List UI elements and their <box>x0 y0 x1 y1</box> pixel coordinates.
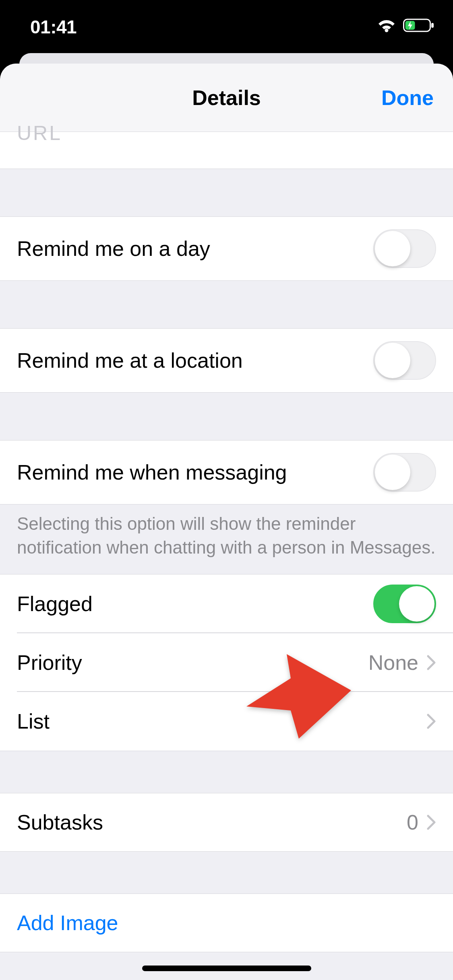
flagged-label: Flagged <box>17 592 93 616</box>
screen: 01:41 Details Done URL <box>0 0 453 980</box>
toggle-knob <box>375 455 410 490</box>
toggle-knob <box>375 343 410 378</box>
subtasks-row[interactable]: Subtasks 0 <box>0 793 453 852</box>
remind-location-label: Remind me at a location <box>17 348 243 373</box>
toggle-knob <box>375 231 410 266</box>
options-group: Flagged Priority None List <box>0 574 453 751</box>
section-gap <box>0 852 453 894</box>
page-title: Details <box>192 86 261 110</box>
battery-icon <box>403 18 434 33</box>
priority-row[interactable]: Priority None <box>0 633 453 692</box>
section-gap <box>0 751 453 793</box>
done-button[interactable]: Done <box>381 64 434 132</box>
add-image-row[interactable]: Add Image <box>0 894 453 952</box>
row-accessory: None <box>368 651 436 675</box>
status-right <box>376 18 434 33</box>
status-time: 01:41 <box>30 16 77 38</box>
row-accessory <box>426 713 436 729</box>
remind-messaging-note: Selecting this option will show the remi… <box>0 504 453 574</box>
list-label: List <box>17 709 50 733</box>
chevron-right-icon <box>426 655 436 671</box>
remind-day-row[interactable]: Remind me on a day <box>0 216 453 281</box>
details-sheet: Details Done URL Remind me on a day Remi… <box>0 64 453 980</box>
url-placeholder: URL <box>17 121 62 145</box>
toggle-knob <box>399 586 434 622</box>
home-indicator[interactable] <box>142 966 311 971</box>
sheet-header: Details Done <box>0 64 453 132</box>
remind-location-toggle[interactable] <box>373 341 436 380</box>
remind-messaging-row[interactable]: Remind me when messaging <box>0 440 453 504</box>
priority-value: None <box>368 651 418 675</box>
svg-rect-2 <box>431 23 434 28</box>
chevron-right-icon <box>426 814 436 830</box>
add-image-label: Add Image <box>17 911 118 935</box>
remind-day-toggle[interactable] <box>373 229 436 268</box>
sheet-content: URL Remind me on a day Remind me at a lo… <box>0 132 453 952</box>
flagged-row[interactable]: Flagged <box>0 574 453 633</box>
section-gap <box>0 169 453 216</box>
remind-messaging-toggle[interactable] <box>373 453 436 492</box>
remind-location-row[interactable]: Remind me at a location <box>0 328 453 393</box>
row-accessory: 0 <box>407 810 436 834</box>
remind-messaging-label: Remind me when messaging <box>17 460 287 484</box>
priority-label: Priority <box>17 651 82 675</box>
section-gap <box>0 281 453 328</box>
subtasks-count: 0 <box>407 810 418 834</box>
subtasks-label: Subtasks <box>17 810 103 834</box>
flagged-toggle[interactable] <box>373 585 436 623</box>
list-row[interactable]: List <box>0 692 453 751</box>
section-gap <box>0 393 453 440</box>
remind-day-label: Remind me on a day <box>17 237 210 261</box>
status-bar: 01:41 <box>0 0 453 53</box>
wifi-icon <box>376 18 397 33</box>
url-row[interactable]: URL <box>0 132 453 169</box>
chevron-right-icon <box>426 713 436 729</box>
